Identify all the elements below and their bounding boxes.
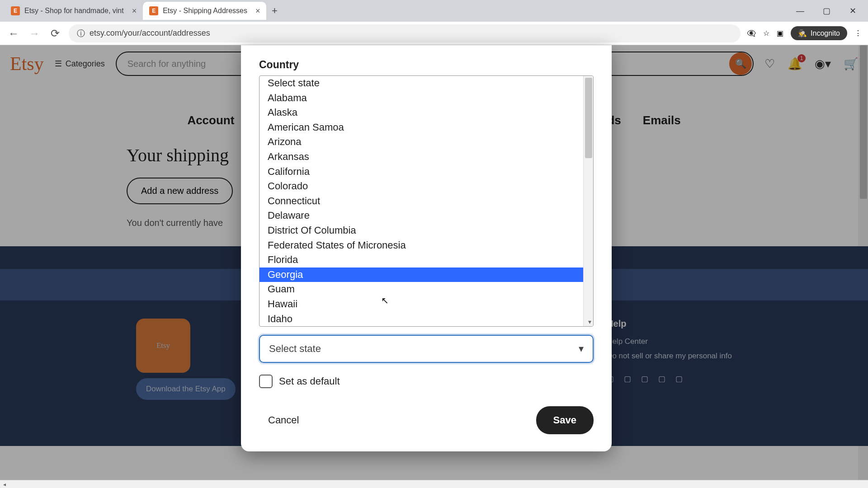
incognito-label: Incognito [811, 29, 840, 38]
url-text: etsy.com/your/account/addresses [90, 28, 210, 38]
state-option[interactable]: Arizona [259, 135, 593, 150]
incognito-icon: 🕵 [798, 29, 807, 38]
state-option[interactable]: Delaware [259, 208, 593, 223]
listbox-scrollbar[interactable]: ▴ ▾ [583, 76, 593, 326]
close-icon[interactable]: × [132, 6, 137, 16]
state-option[interactable]: Alaska [259, 105, 593, 120]
scroll-left-icon[interactable]: ◂ [0, 481, 9, 488]
chevron-down-icon: ▾ [579, 343, 584, 355]
default-checkbox-row: Set as default [259, 375, 594, 388]
tab-etsy-shop[interactable]: E Etsy - Shop for handmade, vint × [5, 2, 143, 20]
default-checkbox[interactable] [259, 375, 273, 388]
back-button[interactable]: ← [6, 26, 21, 41]
state-option[interactable]: Georgia [259, 267, 593, 282]
state-option[interactable]: Federated States of Micronesia [259, 238, 593, 253]
state-option[interactable]: Alabama [259, 91, 593, 106]
state-option[interactable]: Colorado [259, 179, 593, 194]
state-option[interactable]: American Samoa [259, 120, 593, 135]
new-tab-button[interactable]: + [266, 3, 283, 19]
incognito-badge[interactable]: 🕵 Incognito [791, 26, 847, 40]
state-select[interactable]: Select state ▾ [259, 335, 594, 363]
state-option[interactable]: Guam [259, 282, 593, 297]
etsy-favicon: E [11, 6, 20, 15]
country-label: Country [259, 59, 594, 71]
state-option[interactable]: Hawaii [259, 297, 593, 312]
scroll-down-icon[interactable]: ▾ [588, 318, 591, 325]
forward-button[interactable]: → [27, 26, 42, 41]
browser-chrome: E Etsy - Shop for handmade, vint × E Ets… [0, 0, 868, 45]
state-option[interactable]: Connecticut [259, 194, 593, 209]
tab-title: Etsy - Shop for handmade, vint [24, 7, 124, 15]
eye-off-icon[interactable]: 👁‍🗨 [747, 29, 756, 38]
state-option[interactable]: Illinois [259, 326, 593, 327]
close-window-button[interactable]: ✕ [842, 2, 863, 20]
horizontal-scrollbar[interactable]: ◂ [0, 480, 868, 488]
tab-etsy-addresses[interactable]: E Etsy - Shipping Addresses × [143, 2, 266, 20]
state-select-value: Select state [269, 343, 321, 355]
state-option[interactable]: Florida [259, 253, 593, 267]
address-modal: Country Select stateAlabamaAlaskaAmerica… [241, 45, 612, 451]
tab-bar: E Etsy - Shop for handmade, vint × E Ets… [0, 0, 868, 22]
state-option[interactable]: California [259, 164, 593, 179]
bookmark-icon[interactable]: ☆ [763, 29, 769, 38]
scrollbar-thumb[interactable] [585, 78, 592, 158]
state-option[interactable]: District Of Columbia [259, 223, 593, 238]
state-option[interactable]: Idaho [259, 312, 593, 327]
menu-icon[interactable]: ⋮ [854, 29, 862, 38]
site-info-icon[interactable]: ⓘ [77, 28, 85, 39]
etsy-favicon: E [149, 6, 158, 15]
state-listbox[interactable]: Select stateAlabamaAlaskaAmerican SamoaA… [259, 75, 594, 327]
page-viewport: Etsy ☰ Categories Search for anything 🔍 … [0, 45, 868, 480]
reload-button[interactable]: ⟳ [48, 26, 62, 41]
state-option[interactable]: Arkansas [259, 150, 593, 164]
url-input[interactable]: ⓘ etsy.com/your/account/addresses [69, 24, 741, 42]
cancel-button[interactable]: Cancel [259, 409, 308, 432]
maximize-button[interactable]: ▢ [816, 2, 837, 20]
panel-icon[interactable]: ▣ [777, 29, 783, 38]
default-checkbox-label: Set as default [279, 375, 340, 387]
address-bar: ← → ⟳ ⓘ etsy.com/your/account/addresses … [0, 22, 868, 45]
tab-title: Etsy - Shipping Addresses [163, 7, 247, 15]
minimize-button[interactable]: — [789, 2, 811, 20]
state-option[interactable]: Select state [259, 76, 593, 91]
save-button[interactable]: Save [536, 406, 594, 434]
close-icon[interactable]: × [255, 6, 260, 16]
window-controls: — ▢ ✕ [789, 2, 863, 20]
